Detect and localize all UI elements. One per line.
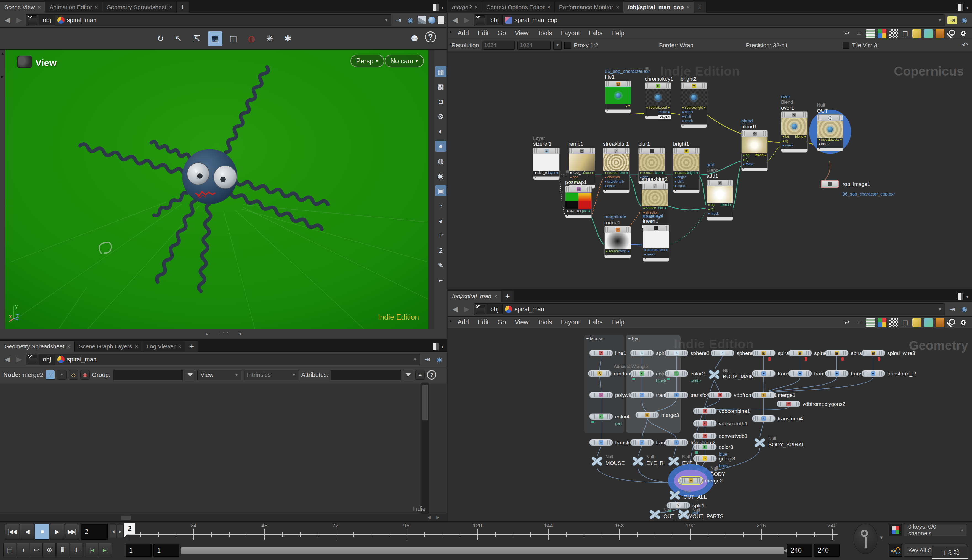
node-body[interactable]: + — [752, 370, 775, 377]
node-blend1[interactable]: blendblend1❖● bg● fg● maskblend ● — [741, 130, 768, 171]
node-color1[interactable]: ◐color1black — [630, 370, 654, 377]
node-header[interactable]: ✱ — [673, 148, 700, 154]
precision-label[interactable]: Precision: 32-bit — [746, 42, 787, 48]
display-flag[interactable] — [695, 451, 698, 453]
node-header[interactable]: ❖ — [706, 180, 733, 186]
back-icon[interactable]: ◀ — [450, 305, 460, 313]
node-header[interactable]: ◐ — [643, 225, 669, 232]
sop-tab-0[interactable]: /obj/spiral_man× — [448, 291, 501, 302]
clapperboard-icon[interactable] — [476, 15, 485, 25]
tab-close-icon[interactable]: × — [494, 293, 497, 300]
palette-icon[interactable] — [878, 29, 887, 38]
node-body[interactable]: + — [788, 370, 812, 377]
menu-go[interactable]: Go — [494, 318, 510, 327]
scrub-options-icon[interactable]: ⊣⊢ — [70, 543, 82, 557]
node-body[interactable]: + — [630, 439, 654, 446]
path-dropdown-icon[interactable]: ▼ — [938, 18, 945, 22]
tick-marks-icon[interactable]: ⅲ — [56, 543, 69, 557]
expand-right-icon[interactable]: ▶ — [1, 75, 3, 78]
undo-loop-icon[interactable]: ↩ — [30, 543, 42, 557]
node-sphere2[interactable]: ○sphere2 — [665, 350, 688, 357]
frame-selection-icon[interactable]: ◱ — [226, 32, 240, 46]
scene-path-field[interactable]: obj spiral_man ▼ — [26, 14, 391, 26]
node-header[interactable]: ◔ — [605, 226, 631, 233]
node-EYE_R[interactable]: NullEYE_R — [631, 456, 644, 467]
notes-icon[interactable] — [912, 29, 921, 38]
breadcrumb-root[interactable]: obj — [486, 304, 503, 315]
image-add-icon[interactable] — [924, 318, 933, 327]
pattern-window-icon[interactable] — [889, 318, 898, 327]
sop-network-canvas[interactable]: Indie Edition Geometry — [448, 328, 972, 522]
tree-view-icon[interactable]: ⚏ — [854, 318, 863, 327]
pane-split-icon[interactable] — [433, 343, 439, 350]
radial-menu-icon[interactable]: ◉ — [959, 305, 969, 313]
cop-tab-3[interactable]: /obj/spiral_man_cop× — [623, 2, 694, 13]
display-flag[interactable] — [632, 378, 635, 380]
node-header[interactable]: ╱ — [642, 183, 668, 190]
pane-menu-caret-icon[interactable]: ▼ — [965, 294, 969, 299]
node-MOUSE[interactable]: NullMOUSE — [591, 456, 603, 467]
node-header[interactable]: ▮ — [645, 82, 671, 89]
node-sphere4[interactable]: ○sphere4 — [630, 350, 654, 357]
menu-add[interactable]: Add — [454, 318, 473, 327]
node-add1[interactable]: addBlendadd1❖● bg● fg● maskblend ● — [706, 180, 733, 221]
tab-close-icon[interactable]: × — [38, 4, 41, 10]
render-region-icon[interactable]: ◍ — [244, 32, 259, 46]
node-body[interactable]: ▣ — [788, 350, 812, 357]
tab-close-icon[interactable]: × — [178, 343, 182, 350]
pencil-icon[interactable]: ✎ — [435, 260, 446, 271]
menu-layout[interactable]: Layout — [557, 28, 584, 38]
node-transform_B[interactable]: +transform_B — [752, 370, 775, 377]
node-color2[interactable]: ◐color2white — [665, 370, 688, 377]
node-posmap1[interactable]: posmap1▦● size_refpos ● — [565, 186, 592, 218]
node-header[interactable]: ◎ — [638, 148, 665, 154]
pattern-window-icon[interactable] — [889, 29, 898, 38]
node-body[interactable]: ▣ — [861, 350, 885, 357]
node-rop_image1[interactable]: rop_image1 06_sop_character_cop.exr — [821, 180, 839, 188]
zoom-icon[interactable] — [947, 29, 956, 38]
cop-tab-0[interactable]: merge2× — [448, 2, 482, 13]
flipbook-icon[interactable]: ✳ — [262, 32, 277, 46]
node-body[interactable]: ◐ — [693, 443, 717, 450]
node-chromakey1[interactable]: chromakey1▮● sourcekeyed ●matte ●keyed — [645, 82, 671, 119]
null-node-icon[interactable]: NullBODY_MAIN — [708, 369, 721, 380]
node-spiral_wire2[interactable]: ▣spiral_wire2 — [825, 350, 848, 357]
visibility-icon[interactable] — [959, 318, 968, 327]
node-transform2[interactable]: +transform2 — [665, 439, 688, 446]
node-header[interactable]: ✱ — [681, 82, 707, 89]
range-end-field[interactable]: 240 — [814, 544, 840, 557]
null-node-icon[interactable]: NullEYE_R — [631, 456, 644, 467]
node-vdbfrompolygons1[interactable]: ≈vdbfrompolygons1 — [708, 392, 732, 398]
breadcrumb-root[interactable]: obj — [39, 354, 55, 365]
layout-panes-icon[interactable]: ◫ — [901, 29, 910, 38]
view-dropdown[interactable]: View▼ — [197, 370, 242, 380]
menu-edit[interactable]: Edit — [474, 28, 493, 38]
breadcrumb-node[interactable]: spiral_man — [67, 17, 97, 24]
back-icon[interactable]: ◀ — [450, 16, 460, 24]
node-header[interactable]: ❖ — [741, 130, 768, 137]
lights-off-icon[interactable]: ⊗ — [435, 111, 446, 122]
node-file1[interactable]: 06_sop_character.exrfile1▥c ● — [605, 80, 631, 113]
node-merge2[interactable]: »merge2 — [679, 477, 703, 484]
show-vertices-button[interactable]: ◦ — [57, 370, 67, 380]
group-input[interactable] — [113, 370, 183, 380]
node-sizeref1[interactable]: Layersizeref1◈● size_reflayer ● — [533, 148, 559, 180]
panel-icon[interactable] — [438, 16, 444, 24]
path-dropdown-icon[interactable]: ▼ — [384, 18, 391, 22]
animation-editor-icon[interactable] — [889, 544, 902, 557]
tab-close-icon[interactable]: × — [686, 4, 690, 10]
display-objects-icon[interactable]: ◕ — [435, 215, 446, 226]
null-node-icon[interactable]: NullEYE_L — [667, 456, 680, 467]
node-OUT_ALL[interactable]: NullOUT_ALL — [668, 490, 681, 501]
wrench-scissors-icon[interactable]: ✂ — [843, 29, 852, 38]
node-merge1[interactable]: »merge1 — [752, 392, 775, 398]
view-tumble-icon[interactable]: ↻ — [153, 32, 167, 46]
range-start-field[interactable]: 1 — [125, 544, 152, 557]
node-header[interactable]: ▦ — [565, 186, 592, 193]
back-icon[interactable]: ◀ — [3, 355, 12, 363]
hq-lighting-icon[interactable]: ◍ — [435, 156, 446, 167]
show-detail-button[interactable]: ◉ — [80, 370, 90, 380]
show-prims-button[interactable]: ◇ — [69, 370, 78, 380]
collapse-handle-down-icon[interactable]: ▼ — [239, 332, 242, 336]
sheet-tab-1[interactable]: Scene Graph Layers× — [75, 341, 142, 352]
